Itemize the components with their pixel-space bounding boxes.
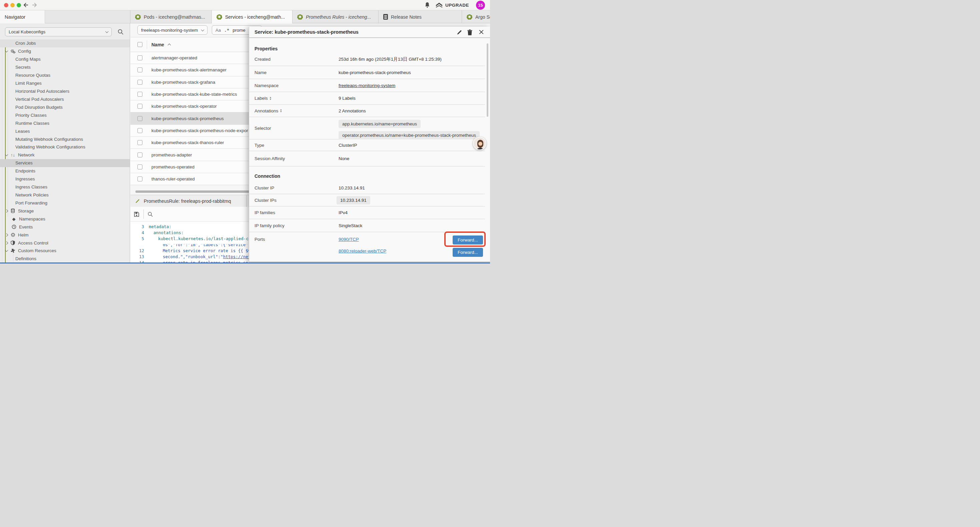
sidebar-group-network[interactable]: ↑↓Network [0, 151, 130, 159]
regex-icon[interactable]: .* [224, 28, 229, 33]
tab-prometheus-rules[interactable]: Prometheus Rules - icecheng... [293, 10, 379, 23]
sidebar-group-custom-resources[interactable]: Custom Resources [0, 247, 130, 255]
sidebar-item-cron-jobs[interactable]: Cron Jobs [0, 39, 130, 47]
chevron-right-icon [5, 241, 8, 245]
sidebar-item-pod-disruption-budgets[interactable]: Pod Disruption Budgets [0, 103, 130, 111]
sidebar-item-validating-webhook-configurations[interactable]: Validating Webhook Configurations [0, 143, 130, 151]
editor-tab-prometheusrule[interactable]: PrometheusRule: freeleaps-prod-rabbitmq [130, 195, 247, 207]
code-line: error rate in freeleaps metrics ser [149, 260, 250, 263]
sidebar-item-secrets[interactable]: Secrets [0, 64, 130, 72]
close-icon[interactable] [479, 29, 484, 35]
row-checkbox[interactable] [137, 140, 142, 145]
sidebar-item-limit-ranges[interactable]: Limit Ranges [0, 80, 130, 88]
notification-count-badge[interactable]: 15 [476, 1, 485, 10]
sidebar-item-ingress-classes[interactable]: Ingress Classes [0, 183, 130, 191]
properties-section-heading: Properties [255, 46, 277, 51]
sort-ascending-icon[interactable] [168, 44, 171, 47]
row-checkbox[interactable] [137, 56, 142, 61]
sidebar-item-endpoints[interactable]: Endpoints [0, 167, 130, 175]
sidebar-item-services[interactable]: Services [0, 159, 130, 167]
network-updown-icon: ↑↓ [10, 153, 16, 158]
zoom-window-button[interactable] [17, 3, 21, 7]
row-checkbox[interactable] [137, 67, 142, 72]
forward-icon[interactable] [32, 2, 38, 8]
port-link-9090[interactable]: 9090/TCP [339, 237, 386, 242]
delete-trash-icon[interactable] [467, 29, 473, 36]
sidebar-item-horizontal-pod-autoscalers[interactable]: Horizontal Pod Autoscalers [0, 88, 130, 96]
select-all-checkbox[interactable] [137, 42, 142, 47]
row-checkbox[interactable] [137, 128, 142, 133]
tab-label: Services - icecheng@math... [225, 14, 285, 20]
minimize-window-button[interactable] [10, 3, 15, 7]
horizontal-scrollbar[interactable] [135, 191, 257, 193]
sidebar-item-priority-classes[interactable]: Priority Classes [0, 111, 130, 119]
search-icon[interactable] [118, 29, 124, 35]
drawer-title: Service: kube-prometheus-stack-prometheu… [255, 29, 359, 35]
sidebar-item-vertical-pod-autoscalers[interactable]: Vertical Pod Autoscalers [0, 95, 130, 103]
property-row-namespace: Namespacefreeleaps-monitoring-system [249, 79, 485, 92]
port-link-8080[interactable]: 8080:reloader-web/TCP [339, 248, 386, 253]
property-row-annotations: Annotations▴▾ 2 Annotations [249, 105, 485, 117]
sidebar-item-runtime-classes[interactable]: Runtime Classes [0, 119, 130, 127]
sidebar-item-network-policies[interactable]: Network Policies [0, 191, 130, 199]
shield-icon [10, 240, 16, 245]
sidebar-item-port-forwarding[interactable]: Port Forwarding [0, 199, 130, 207]
back-icon[interactable] [23, 2, 29, 8]
save-icon[interactable] [134, 212, 139, 217]
sidebar-group-config[interactable]: Config [0, 47, 130, 56]
sidebar-item-resource-quotas[interactable]: Resource Quotas [0, 72, 130, 80]
sidebar-item-namespaces[interactable]: ◆Namespaces [0, 215, 130, 223]
tab-services[interactable]: Services - icecheng@math... × [212, 10, 293, 23]
code-line: metadata: [149, 224, 172, 229]
property-row-selector: Selector app.kubernetes.io/name=promethe… [249, 117, 485, 139]
editor-search-icon[interactable] [148, 212, 153, 217]
kubeconfig-selector[interactable]: Local Kubeconfigs [5, 27, 112, 37]
expand-collapse-icon[interactable]: ▴▾ [280, 109, 282, 113]
service-detail-drawer: Service: kube-prometheus-stack-prometheu… [249, 27, 490, 263]
property-row-labels: Labels▴▾ 9 Labels [249, 92, 485, 105]
row-checkbox[interactable] [137, 153, 142, 158]
avatar[interactable] [473, 137, 486, 150]
sidebar-item-ingresses[interactable]: Ingresses [0, 175, 130, 183]
drawer-scrollbar[interactable] [487, 43, 488, 117]
kubernetes-icon [216, 14, 222, 20]
runbook-link[interactable]: https://net [223, 254, 251, 259]
sidebar-item-definitions[interactable]: Definitions [0, 255, 130, 263]
row-checkbox[interactable] [137, 116, 142, 121]
tab-pods[interactable]: Pods - icecheng@mathmas... [130, 10, 212, 23]
editor-tab-label: PrometheusRule: freeleaps-prod-rabbitmq [144, 199, 231, 204]
name-column-header[interactable]: Name [151, 42, 164, 47]
sidebar-item-mutating-webhook-configurations[interactable]: Mutating Webhook Configurations [0, 135, 130, 143]
upgrade-chevrons-icon [435, 2, 443, 8]
sidebar-group-storage[interactable]: Storage [0, 207, 130, 215]
namespace-selected-value: freeleaps-monitoring-system [141, 28, 198, 33]
edit-pencil-icon[interactable] [456, 29, 462, 35]
row-checkbox[interactable] [137, 92, 142, 97]
tab-argo[interactable]: Argo Se [462, 10, 490, 23]
match-case-icon[interactable]: Aa [215, 28, 221, 33]
property-row-session-affinity: Session AffinityNone [249, 151, 485, 166]
sidebar-group-access-control[interactable]: Access Control [0, 239, 130, 247]
tab-release-notes[interactable]: Release Notes [379, 10, 462, 23]
sidebar-group-helm[interactable]: Helm [0, 231, 130, 239]
connection-section-heading: Connection [255, 174, 280, 179]
row-checkbox[interactable] [137, 104, 142, 109]
namespace-link[interactable]: freeleaps-monitoring-system [339, 83, 395, 88]
sidebar-item-leases[interactable]: Leases [0, 127, 130, 135]
expand-collapse-icon[interactable]: ▴▾ [270, 96, 271, 100]
database-icon [10, 209, 16, 213]
property-row-cluster-ips: Cluster IPs10.233.14.91 [249, 194, 485, 207]
row-checkbox[interactable] [137, 177, 142, 182]
row-checkbox[interactable] [137, 164, 142, 169]
sidebar-item-config-maps[interactable]: Config Maps [0, 56, 130, 64]
navigator-panel-tab[interactable]: Navigator [0, 10, 45, 23]
divider [143, 209, 144, 219]
upgrade-button[interactable]: UPGRADE [435, 0, 469, 10]
sidebar-item-events[interactable]: Events [0, 223, 130, 231]
property-row-name: Namekube-prometheus-stack-prometheus [249, 66, 485, 79]
notifications-bell-icon[interactable] [424, 2, 430, 8]
namespace-selector[interactable]: freeleaps-monitoring-system [137, 25, 207, 35]
forward-button-8080[interactable]: Forward... [453, 248, 483, 257]
close-window-button[interactable] [4, 3, 8, 7]
row-checkbox[interactable] [137, 80, 142, 85]
